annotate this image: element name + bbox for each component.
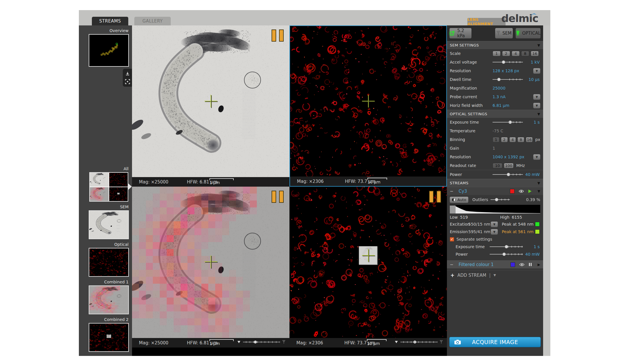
binning-option-8[interactable]: 8 bbox=[517, 137, 524, 142]
optical-resolution-dropdown[interactable]: ▼ bbox=[533, 154, 540, 160]
sem-settings-header[interactable]: SEM SETTINGS ▼ bbox=[447, 41, 543, 49]
binning-option-1[interactable]: 1 bbox=[493, 137, 499, 142]
histogram[interactable] bbox=[450, 205, 540, 213]
stream-exposure-slider[interactable] bbox=[490, 245, 523, 249]
probe-current-value: 1.3 nA bbox=[493, 94, 506, 99]
optical-power-button[interactable]: OPTICAL bbox=[515, 28, 541, 39]
scale-bar-label: 10 µm bbox=[367, 180, 387, 184]
add-stream-dropdown[interactable]: ▼ bbox=[493, 273, 496, 277]
excitation-dropdown[interactable]: ▼ bbox=[491, 222, 498, 227]
histogram-range-row: Low 519 High 6155 bbox=[447, 214, 543, 220]
magnification-readout: Mag: ×25000 bbox=[139, 340, 168, 346]
visibility-eye-icon[interactable] bbox=[519, 190, 524, 193]
merge-slider-handle[interactable] bbox=[254, 341, 257, 343]
pause-overlay-icon[interactable] bbox=[429, 191, 441, 203]
view-sem[interactable]: Mag: ×25000 HFW: 6.81 µm 1 µm bbox=[132, 25, 289, 187]
stream-expand-arrow[interactable]: ▼ bbox=[538, 189, 540, 193]
sem-button-label: SEM bbox=[502, 31, 512, 36]
thumbnail-sem[interactable] bbox=[89, 210, 129, 239]
optical-merge-icon bbox=[237, 341, 241, 343]
filtered-tint-swatch[interactable] bbox=[510, 262, 515, 267]
pause-overlay-icon[interactable] bbox=[272, 191, 284, 203]
accel-voltage-value: 1 kV bbox=[531, 60, 540, 64]
outliers-slider[interactable] bbox=[491, 198, 510, 202]
probe-current-dropdown[interactable]: ▼ bbox=[533, 94, 540, 100]
binning-option-4[interactable]: 4 bbox=[509, 137, 516, 142]
sem-resolution-dropdown[interactable]: ▼ bbox=[533, 68, 540, 74]
gain-value: 1 bbox=[493, 146, 495, 151]
view-combined1[interactable]: Mag: ×25000 HFW: 6.81 µm 1 µm bbox=[132, 187, 289, 348]
magnification-readout: Mag: ×2306 bbox=[296, 340, 323, 346]
optical-button-label: OPTICAL bbox=[522, 31, 541, 36]
fit-to-view-icon[interactable] bbox=[125, 79, 130, 84]
settings-panel: 5.2 kPa SEM OPTICAL SEM SETTINGS bbox=[447, 25, 543, 356]
scale-option-4[interactable]: 4 bbox=[512, 51, 520, 56]
auto-brightness-button[interactable]: Auto bbox=[450, 197, 468, 203]
window-edge bbox=[543, 25, 550, 356]
binning-option-2[interactable]: 2 bbox=[501, 137, 508, 142]
overview-thumbnail[interactable] bbox=[89, 34, 129, 67]
emission-row: Emission 595/41 nm ▼ Peak at 561 nm bbox=[447, 228, 543, 235]
cy3-tint-swatch[interactable] bbox=[510, 189, 515, 194]
pause-overlay-icon[interactable] bbox=[272, 29, 284, 42]
combined1-status-bar: Mag: ×25000 HFW: 6.81 µm 1 µm bbox=[132, 338, 289, 348]
exposure-time-slider[interactable] bbox=[493, 120, 523, 124]
import-image-icon[interactable] bbox=[125, 72, 130, 77]
stream-cy3-bar[interactable]: − Cy3 ▼ bbox=[447, 187, 543, 195]
thumbnail-combined2[interactable] bbox=[89, 323, 129, 352]
minimize-stream-icon[interactable]: − bbox=[450, 262, 454, 267]
accel-voltage-slider[interactable] bbox=[493, 60, 523, 64]
high-value: 6155 bbox=[512, 215, 522, 220]
thumbnail-label-combined1: Combined 1 bbox=[79, 280, 132, 284]
acquire-image-button[interactable]: ACQUIRE IMAGE bbox=[449, 337, 541, 347]
merge-slider-handle[interactable] bbox=[413, 341, 416, 343]
visibility-eye-icon[interactable] bbox=[519, 263, 525, 266]
scale-option-1[interactable]: 1 bbox=[493, 51, 501, 56]
sem-fov-overlay[interactable] bbox=[359, 246, 377, 265]
view-optical[interactable]: Mag: ×2306 HFW: 73.7 µm 10 µm bbox=[289, 25, 447, 187]
collapse-arrow-icon[interactable]: ▼ bbox=[537, 181, 540, 185]
thumbnail-optical[interactable] bbox=[89, 248, 129, 277]
optical-settings-header[interactable]: OPTICAL SETTINGS ▼ bbox=[447, 110, 543, 118]
collapse-arrow-icon[interactable]: ▼ bbox=[537, 112, 540, 116]
collapse-arrow-icon[interactable]: ▼ bbox=[537, 43, 540, 47]
dwell-time-slider[interactable] bbox=[493, 77, 523, 81]
power-label: Power bbox=[450, 172, 493, 177]
readout-option-10[interactable]: 10 bbox=[493, 163, 502, 168]
view-combined2[interactable]: Mag: ×2306 HFW: 73.7 µm 10 µm bbox=[289, 187, 447, 348]
thumbnail-all[interactable] bbox=[89, 172, 128, 202]
chamber-pressure-button[interactable]: 5.2 kPa bbox=[449, 28, 472, 39]
stream-power-slider[interactable] bbox=[490, 252, 523, 256]
binning-unit: px bbox=[535, 137, 540, 142]
readout-rate-row: Readout rate 10 100 MHz bbox=[447, 161, 543, 170]
stream-expand-arrow[interactable]: ▶ bbox=[538, 263, 540, 267]
scale-option-8[interactable]: 8 bbox=[521, 51, 529, 56]
emission-color-swatch bbox=[535, 229, 540, 234]
scale-option-16[interactable]: 16 bbox=[531, 51, 539, 56]
merge-ratio-slider[interactable] bbox=[237, 340, 285, 344]
tab-gallery[interactable]: GALLERY bbox=[134, 17, 171, 25]
add-stream-button[interactable]: + ADD STREAM | ▼ bbox=[447, 270, 543, 280]
stream-filtered-bar[interactable]: − Filtered colour 1 ▶ bbox=[447, 260, 543, 268]
tab-streams[interactable]: STREAMS bbox=[92, 17, 128, 25]
streams-header[interactable]: STREAMS ▼ bbox=[447, 179, 543, 187]
minimize-stream-icon[interactable]: − bbox=[450, 189, 454, 194]
lens-alignment-button[interactable]: LENS ALIGNMENT bbox=[467, 18, 506, 25]
thumbnail-combined1[interactable] bbox=[89, 285, 129, 314]
play-icon[interactable] bbox=[528, 189, 532, 193]
scale-option-2[interactable]: 2 bbox=[502, 51, 510, 56]
pause-icon[interactable] bbox=[529, 263, 532, 266]
emission-dropdown[interactable]: ▼ bbox=[491, 229, 498, 235]
merge-ratio-slider[interactable] bbox=[395, 340, 443, 344]
exposure-time-label: Exposure time bbox=[450, 120, 493, 125]
main-content: Overview All SEM bbox=[79, 25, 550, 356]
sem-power-button[interactable]: SEM bbox=[495, 28, 513, 39]
hfw-dropdown[interactable]: ▼ bbox=[533, 103, 540, 108]
scale-bar: 1 µm bbox=[209, 178, 234, 185]
add-stream-label: ADD STREAM bbox=[457, 273, 486, 278]
outliers-value: 0.39 % bbox=[526, 197, 540, 202]
binning-option-16[interactable]: 16 bbox=[526, 137, 533, 142]
power-slider[interactable] bbox=[493, 172, 523, 177]
separate-settings-checkbox[interactable]: ✓ bbox=[450, 237, 454, 242]
readout-option-100[interactable]: 100 bbox=[504, 163, 514, 168]
